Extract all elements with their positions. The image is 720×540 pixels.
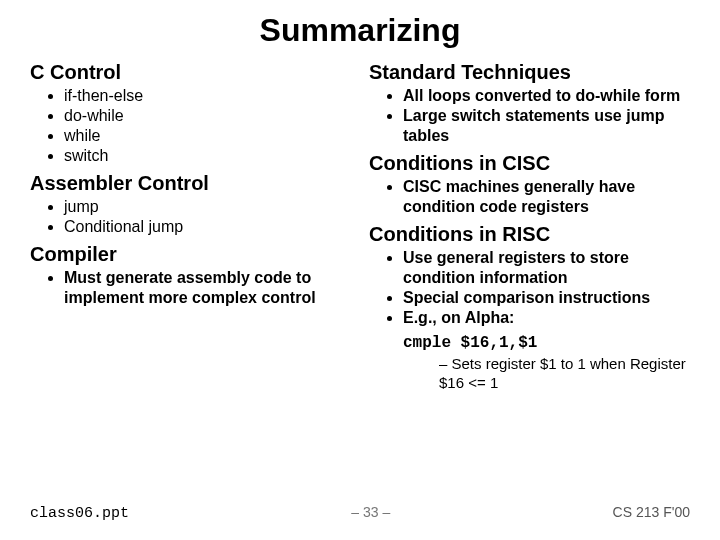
heading-c-control: C Control (30, 61, 351, 84)
list-item: jump (64, 197, 351, 217)
list-c-control: if-then-else do-while while switch (30, 86, 351, 166)
heading-compiler: Compiler (30, 243, 351, 266)
right-column: Standard Techniques All loops converted … (369, 55, 690, 393)
code-text: cmple $16,1,$1 (403, 334, 537, 352)
list-item: Large switch statements use jump tables (403, 106, 690, 146)
footer-page-number: – 33 – (351, 504, 390, 520)
footer-filename: class06.ppt (30, 505, 129, 522)
list-item: CISC machines generally have condition c… (403, 177, 690, 217)
list-item: do-while (64, 106, 351, 126)
footer-course: CS 213 F'00 (613, 504, 690, 520)
list-item: Conditional jump (64, 217, 351, 237)
list-compiler: Must generate assembly code to implement… (30, 268, 351, 308)
list-item: if-then-else (64, 86, 351, 106)
list-item: switch (64, 146, 351, 166)
list-conditions-risc: Use general registers to store condition… (369, 248, 690, 328)
list-standard-techniques: All loops converted to do-while form Lar… (369, 86, 690, 146)
heading-conditions-risc: Conditions in RISC (369, 223, 690, 246)
list-item: Special comparison instructions (403, 288, 690, 308)
code-example: cmple $16,1,$1 (369, 332, 690, 353)
sub-list: Sets register $1 to 1 when Register $16 … (369, 355, 690, 393)
list-item: Must generate assembly code to implement… (64, 268, 351, 308)
list-item: while (64, 126, 351, 146)
heading-conditions-cisc: Conditions in CISC (369, 152, 690, 175)
slide-title: Summarizing (30, 12, 690, 49)
content-columns: C Control if-then-else do-while while sw… (30, 55, 690, 393)
slide-footer: class06.ppt – 33 – CS 213 F'00 (30, 504, 690, 522)
list-conditions-cisc: CISC machines generally have condition c… (369, 177, 690, 217)
list-item: Sets register $1 to 1 when Register $16 … (439, 355, 690, 393)
list-item: E.g., on Alpha: (403, 308, 690, 328)
list-assembler-control: jump Conditional jump (30, 197, 351, 237)
list-item: Use general registers to store condition… (403, 248, 690, 288)
slide: Summarizing C Control if-then-else do-wh… (0, 0, 720, 540)
heading-standard-techniques: Standard Techniques (369, 61, 690, 84)
list-item: All loops converted to do-while form (403, 86, 690, 106)
left-column: C Control if-then-else do-while while sw… (30, 55, 351, 393)
heading-assembler-control: Assembler Control (30, 172, 351, 195)
